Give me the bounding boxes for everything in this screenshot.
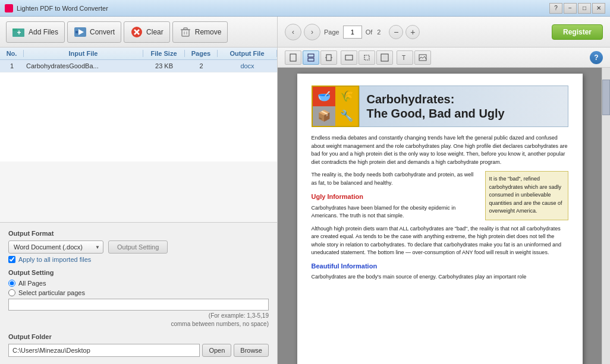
viewer-toolbar: ‹ › Page Of 2 − + Register <box>278 17 610 48</box>
svg-rect-16 <box>308 58 314 61</box>
pdf-col-left: The reality is, the body needs both carb… <box>312 171 479 220</box>
output-setting-label: Output Setting <box>8 269 269 276</box>
view-single-icon <box>289 53 297 62</box>
apply-all-label: Apply to all imported files <box>18 256 91 263</box>
total-pages: 2 <box>377 29 381 36</box>
prev-page-icon: ‹ <box>292 28 294 36</box>
grid-box: 📦 <box>313 106 335 126</box>
clear-button[interactable]: Clear <box>124 21 170 43</box>
view-fit-width-icon <box>345 53 353 62</box>
empty-rows <box>0 72 277 162</box>
view-fit-page-btn[interactable] <box>320 50 337 65</box>
pages-input-row <box>8 299 269 311</box>
prev-page-button[interactable]: ‹ <box>285 24 301 40</box>
col-input: Input File <box>24 50 143 57</box>
view-full-icon <box>381 53 389 62</box>
svg-rect-11 <box>184 28 187 30</box>
view-full-btn[interactable] <box>376 50 393 65</box>
view-select-text-icon: T <box>401 53 409 62</box>
zoom-group: − + <box>389 25 420 39</box>
beautiful-title: Beautiful Information <box>312 262 568 271</box>
ugly-title: Ugly Information <box>312 192 479 202</box>
convert-icon <box>74 26 87 39</box>
view-select-text-btn[interactable]: T <box>397 50 413 65</box>
page-label: Page <box>324 29 339 36</box>
view-crop-btn[interactable] <box>359 50 375 65</box>
help-button[interactable]: ? <box>590 51 603 64</box>
ugly-text-preview: Carbohydrates have been blamed for the o… <box>312 204 479 220</box>
zoom-in-button[interactable]: + <box>405 25 420 39</box>
left-panel: + Add Files Convert <box>0 17 278 364</box>
close-btn[interactable]: ✕ <box>592 3 605 14</box>
output-setting-button[interactable]: Output Setting <box>108 240 168 254</box>
remove-label: Remove <box>195 28 222 36</box>
next-page-icon: › <box>311 28 313 36</box>
select-pages-radio[interactable] <box>8 289 15 296</box>
zoom-in-icon: + <box>410 27 415 37</box>
convert-button[interactable]: Convert <box>67 21 121 43</box>
row-input: CarbohydratesGoodBa... <box>24 62 143 69</box>
pdf-intro: Endless media debates and constantly cha… <box>312 134 568 166</box>
svg-rect-14 <box>290 54 296 61</box>
right-panel: ‹ › Page Of 2 − + Register <box>278 17 610 364</box>
svg-rect-21 <box>364 55 369 60</box>
title-bar-controls[interactable]: ? − □ ✕ <box>549 3 605 14</box>
settings-panel: Output Format Word Document (.docx) Word… <box>0 222 277 364</box>
all-pages-label: All Pages <box>18 280 46 287</box>
scrollbar-thumb[interactable] <box>602 80 610 115</box>
view-toolbar: T ? <box>278 48 610 68</box>
format-select[interactable]: Word Document (.docx) Word Document (.do… <box>8 240 103 254</box>
grid-bowl: 🥣 <box>313 87 335 106</box>
all-pages-radio[interactable] <box>8 280 15 287</box>
svg-rect-15 <box>308 54 314 57</box>
folder-path-input[interactable] <box>8 344 200 357</box>
apply-all-row: Apply to all imported files <box>8 256 269 263</box>
row-output: docx <box>218 62 277 69</box>
view-select-image-btn[interactable] <box>414 50 431 65</box>
register-button[interactable]: Register <box>552 24 603 40</box>
row-size: 23 KB <box>143 62 185 69</box>
title-bar: Lighten PDF to Word Converter ? − □ ✕ <box>0 0 610 17</box>
open-button[interactable]: Open <box>202 344 231 357</box>
grid-tool: 🔧 <box>335 106 358 126</box>
pages-input[interactable] <box>8 299 269 311</box>
svg-rect-17 <box>326 55 331 61</box>
main-toolbar: + Add Files Convert <box>0 17 277 48</box>
zoom-out-button[interactable]: − <box>389 25 403 39</box>
of-label: Of <box>366 29 373 36</box>
app-icon <box>5 4 13 12</box>
view-single-btn[interactable] <box>285 50 301 65</box>
zoom-out-icon: − <box>394 27 398 37</box>
remove-icon <box>179 26 192 39</box>
view-fit-width-btn[interactable] <box>341 50 357 65</box>
pdf-para1: The reality is, the body needs both carb… <box>312 172 474 186</box>
scrollbar-vertical[interactable] <box>602 68 610 364</box>
svg-text:T: T <box>402 55 405 61</box>
next-page-button[interactable]: › <box>304 24 320 40</box>
view-select-image-icon <box>419 53 427 62</box>
col-size: File Size <box>143 50 185 57</box>
page-input[interactable] <box>343 26 362 39</box>
output-setting-section: Output Setting All Pages Select particul… <box>8 269 269 328</box>
svg-rect-9 <box>182 30 189 36</box>
table-row[interactable]: 1 CarbohydratesGoodBa... 23 KB 2 docx <box>0 60 277 72</box>
browse-button[interactable]: Browse <box>234 344 269 357</box>
add-files-button[interactable]: + Add Files <box>6 21 65 43</box>
apply-all-checkbox[interactable] <box>8 256 15 263</box>
view-continuous-btn[interactable] <box>303 50 319 65</box>
svg-rect-23 <box>382 55 387 60</box>
remove-button[interactable]: Remove <box>172 21 228 43</box>
output-format-label: Output Format <box>8 230 269 237</box>
folder-row: Open Browse <box>8 344 269 357</box>
select-pages-label: Select particular pages <box>18 289 85 296</box>
maximize-btn[interactable]: □ <box>578 3 591 14</box>
clear-icon <box>130 26 143 39</box>
view-crop-icon <box>363 53 371 62</box>
col-no: No. <box>0 50 24 57</box>
format-select-wrapper: Word Document (.docx) Word Document (.do… <box>8 240 103 254</box>
row-no: 1 <box>0 62 24 69</box>
pdf-content[interactable]: 🥣 🌾 📦 🔧 Carbohydrates:The Good, Bad and … <box>278 68 602 364</box>
minimize-btn[interactable]: − <box>564 3 577 14</box>
title-bar-left: Lighten PDF to Word Converter <box>5 4 108 12</box>
help-title-btn[interactable]: ? <box>549 3 562 14</box>
